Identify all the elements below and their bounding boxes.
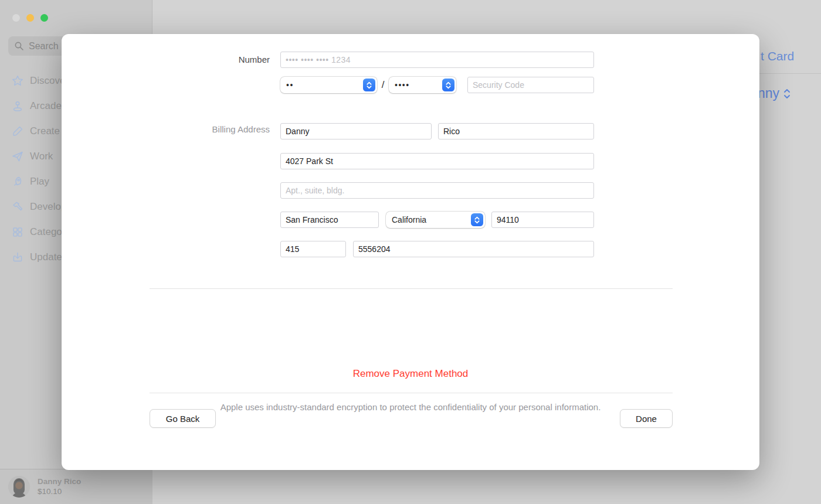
expiry-separator: / xyxy=(378,77,388,93)
card-number-input[interactable] xyxy=(280,52,594,68)
expiry-year-select[interactable]: •••• xyxy=(389,77,456,93)
sidebar-item-label: Arcade xyxy=(30,100,62,112)
paintbrush-icon xyxy=(12,125,23,137)
last-name-input[interactable] xyxy=(438,123,594,139)
download-icon xyxy=(12,251,23,263)
apt-suite-input[interactable] xyxy=(280,182,594,199)
rocket-icon xyxy=(12,176,23,188)
chevron-up-down-icon xyxy=(363,79,375,91)
account-row[interactable]: Danny Rico $10.10 xyxy=(0,469,152,504)
go-back-button[interactable]: Go Back xyxy=(150,409,216,428)
state-select[interactable]: California xyxy=(386,212,485,228)
window-zoom-button[interactable] xyxy=(40,14,48,22)
chevron-up-down-icon xyxy=(783,88,791,100)
account-selector-label: nny xyxy=(758,86,779,101)
done-button[interactable]: Done xyxy=(620,409,673,428)
app-store-window: Search Discover Arcade xyxy=(0,0,821,504)
window-close-button[interactable] xyxy=(12,14,20,22)
zip-input[interactable] xyxy=(491,212,594,228)
remove-payment-method-link[interactable]: Remove Payment Method xyxy=(62,368,759,380)
security-code-input[interactable] xyxy=(467,77,594,93)
expiry-year-value: •••• xyxy=(395,80,410,90)
area-code-input[interactable] xyxy=(280,241,346,257)
joystick-icon xyxy=(12,100,23,112)
first-name-input[interactable] xyxy=(280,123,432,139)
account-selector-popup[interactable]: nny xyxy=(758,86,791,101)
paper-plane-icon xyxy=(12,151,23,162)
account-balance: $10.10 xyxy=(38,487,81,497)
edit-payment-dialog: Number •• / •••• Billing Address xyxy=(62,34,759,470)
star-icon xyxy=(12,75,23,87)
redeem-gift-card-link[interactable]: t Card xyxy=(761,49,794,63)
phone-input[interactable] xyxy=(353,241,594,257)
expiry-month-select[interactable]: •• xyxy=(280,77,377,93)
chevron-up-down-icon xyxy=(471,213,483,226)
account-name: Danny Rico xyxy=(38,477,81,487)
chevron-up-down-icon xyxy=(442,79,454,91)
search-placeholder: Search xyxy=(29,41,59,52)
divider xyxy=(150,288,673,289)
sidebar-item-label: Work xyxy=(30,151,53,162)
hammer-icon xyxy=(12,201,23,213)
window-minimize-button[interactable] xyxy=(26,14,34,22)
state-value: California xyxy=(392,215,426,224)
search-icon xyxy=(14,41,29,51)
grid-icon xyxy=(12,226,23,238)
expiry-month-value: •• xyxy=(286,80,294,90)
avatar xyxy=(8,476,30,498)
street-address-input[interactable] xyxy=(280,153,594,169)
city-input[interactable] xyxy=(280,212,379,228)
sidebar-item-label: Play xyxy=(30,176,49,188)
billing-address-label: Billing Address xyxy=(152,124,270,135)
divider xyxy=(150,393,673,393)
sidebar-item-label: Create xyxy=(30,125,60,137)
number-label: Number xyxy=(152,55,270,65)
